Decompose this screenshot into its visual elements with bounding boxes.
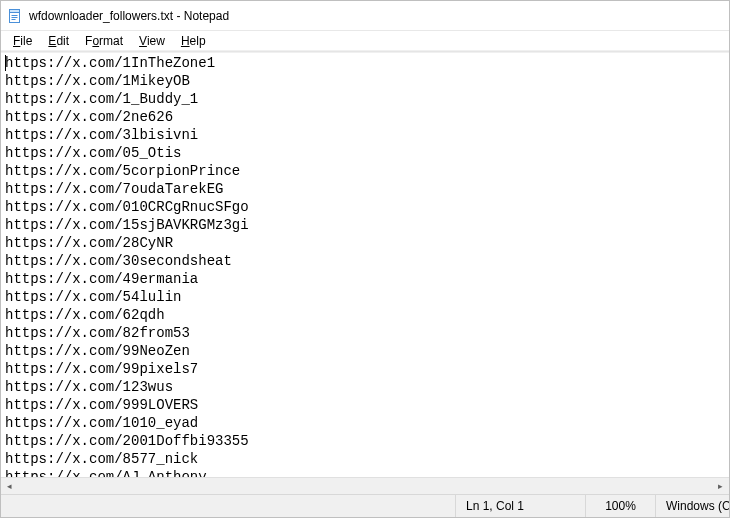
horizontal-scrollbar[interactable]: ◂ ▸ — [1, 477, 729, 494]
text-editor[interactable]: https://x.com/1InTheZone1 https://x.com/… — [1, 53, 729, 477]
menu-help-rest: elp — [190, 34, 206, 48]
menubar: File Edit Format View Help — [1, 31, 729, 51]
editor-area: https://x.com/1InTheZone1 https://x.com/… — [1, 52, 729, 494]
scroll-track[interactable] — [18, 478, 712, 495]
menu-help[interactable]: Help — [173, 32, 214, 50]
status-cursor-position: Ln 1, Col 1 — [455, 495, 585, 517]
menu-format[interactable]: Format — [77, 32, 131, 50]
notepad-window: wfdownloader_followers.txt - Notepad Fil… — [0, 0, 730, 518]
statusbar: Ln 1, Col 1 100% Windows (CRLF) — [1, 494, 729, 517]
menu-view[interactable]: View — [131, 32, 173, 50]
menu-edit[interactable]: Edit — [40, 32, 77, 50]
status-line-ending: Windows (CRLF) — [655, 495, 729, 517]
notepad-icon — [7, 8, 23, 24]
svg-rect-1 — [10, 9, 20, 12]
status-zoom: 100% — [585, 495, 655, 517]
menu-file-rest: ile — [20, 34, 32, 48]
menu-file[interactable]: File — [5, 32, 40, 50]
menu-format-rest: rmat — [99, 34, 123, 48]
scroll-left-arrow-icon[interactable]: ◂ — [1, 478, 18, 495]
window-title: wfdownloader_followers.txt - Notepad — [29, 9, 229, 23]
titlebar[interactable]: wfdownloader_followers.txt - Notepad — [1, 1, 729, 31]
menu-view-rest: iew — [147, 34, 165, 48]
status-spacer — [1, 495, 455, 517]
menu-edit-rest: dit — [56, 34, 69, 48]
scroll-right-arrow-icon[interactable]: ▸ — [712, 478, 729, 495]
